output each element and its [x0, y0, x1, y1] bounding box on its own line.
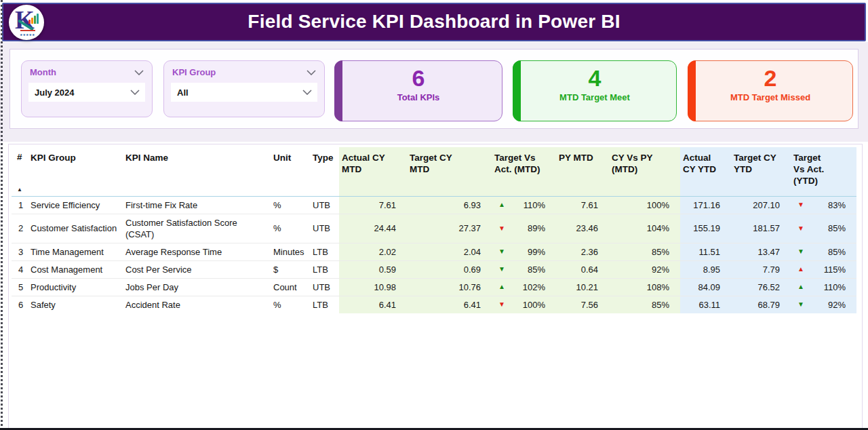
table-row: 3 Time Management Average Response Time …: [12, 243, 856, 260]
cell-number: 5: [12, 278, 28, 296]
kpi-group-dropdown-value: All: [177, 87, 189, 98]
cell-type: UTB: [310, 196, 339, 214]
col-header-type[interactable]: Type: [310, 147, 339, 196]
cell-actual-cy-mtd: 0.59: [339, 260, 407, 278]
cell-actual-cy-ytd: 171.16: [680, 196, 731, 214]
cell-unit: Minutes: [271, 243, 310, 260]
cell-target-cy-mtd: 6.93: [407, 196, 492, 214]
cell-target-vs-act-mtd: ▼99%: [492, 243, 556, 260]
kpi-group-dropdown[interactable]: All: [171, 83, 317, 102]
mtd-target-meet-value: 4: [513, 66, 676, 90]
cell-target-cy-ytd: 76.52: [731, 278, 791, 296]
cell-pct: 85%: [828, 222, 846, 234]
chevron-down-icon[interactable]: [307, 70, 316, 75]
cell-py-mtd: 7.61: [556, 196, 609, 214]
cell-target-cy-ytd: 207.10: [731, 196, 791, 214]
total-kpis-card: 6 Total KPIs: [334, 60, 502, 121]
cell-target-vs-act-ytd: ▼85%: [791, 214, 856, 243]
col-header-number[interactable]: # ▲: [12, 147, 28, 196]
chevron-down-icon: [302, 90, 312, 95]
brand-logo: K ★★★★★: [9, 5, 44, 40]
cell-kpi-group: Safety: [28, 296, 123, 313]
cell-pct: 100%: [523, 299, 545, 311]
cell-unit: %: [271, 296, 310, 313]
cell-kpi-group: Time Management: [28, 243, 123, 260]
cell-pct: 110%: [824, 281, 846, 293]
cell-number: 2: [12, 214, 28, 243]
col-header-target-vs-act-ytd[interactable]: Target Vs Act. (YTD): [791, 147, 856, 196]
card-accent-bar: [513, 60, 521, 121]
col-header-unit[interactable]: Unit: [271, 147, 310, 196]
col-header-kpi-group[interactable]: KPI Group: [28, 147, 123, 196]
cell-kpi-group: Cost Management: [28, 260, 123, 278]
col-header-actual-cy-mtd[interactable]: Actual CY MTD: [339, 147, 407, 196]
trend-arrow-icon: ▲: [797, 266, 804, 273]
cell-actual-cy-mtd: 6.41: [339, 296, 407, 313]
col-header-cy-vs-py-mtd[interactable]: CY Vs PY (MTD): [609, 147, 680, 196]
table-row: 5 Productivity Jobs Per Day Count UTB 10…: [12, 278, 856, 296]
cell-actual-cy-ytd: 63.11: [680, 296, 731, 313]
cell-pct: 99%: [528, 246, 545, 258]
table-row: 4 Cost Management Cost Per Service $ LTB…: [12, 260, 856, 278]
kpi-group-slicer: KPI Group All: [163, 60, 325, 117]
cell-py-mtd: 7.56: [556, 296, 609, 313]
cell-number: 1: [12, 196, 28, 214]
cell-unit: $: [271, 260, 310, 278]
col-header-actual-cy-ytd[interactable]: Actual CY YTD: [680, 147, 731, 196]
page-title: Field Service KPI Dashboard in Power BI: [3, 4, 865, 39]
cell-target-vs-act-mtd: ▲102%: [492, 278, 556, 296]
cell-target-cy-mtd: 10.76: [407, 278, 492, 296]
cell-cy-vs-py-mtd: 108%: [609, 278, 680, 296]
cell-target-vs-act-mtd: ▼85%: [492, 260, 556, 278]
cell-actual-cy-ytd: 155.19: [680, 214, 731, 243]
total-kpis-value: 6: [335, 66, 502, 90]
cell-target-cy-mtd: 6.41: [407, 296, 492, 313]
month-dropdown[interactable]: July 2024: [28, 83, 145, 102]
cell-type: UTB: [310, 214, 339, 243]
cell-target-cy-ytd: 7.79: [731, 260, 791, 278]
cell-actual-cy-mtd: 2.02: [339, 243, 407, 260]
cell-actual-cy-ytd: 8.95: [680, 260, 731, 278]
cell-kpi-name: Customer Satisfaction Score (CSAT): [123, 214, 271, 243]
cell-kpi-group: Service Efficiency: [28, 196, 123, 214]
mtd-target-meet-card: 4 MTD Target Meet: [513, 60, 677, 121]
cell-pct: 92%: [828, 299, 846, 311]
sort-ascending-icon: ▲: [17, 187, 22, 193]
cell-type: UTB: [310, 278, 339, 296]
bar-chart-icon: [28, 14, 39, 24]
trend-arrow-icon: ▼: [797, 248, 804, 255]
trend-arrow-icon: ▼: [797, 225, 804, 232]
cell-actual-cy-mtd: 7.61: [339, 196, 407, 214]
kpi-table-card: # ▲ KPI Group KPI Name Unit Type Actual …: [8, 144, 863, 429]
cell-pct: 89%: [528, 222, 545, 234]
cell-number: 4: [12, 260, 28, 278]
mtd-target-missed-value: 2: [688, 66, 852, 90]
cell-py-mtd: 23.46: [556, 214, 609, 243]
cell-pct: 110%: [524, 199, 545, 211]
cell-kpi-group: Productivity: [28, 278, 123, 296]
cell-actual-cy-ytd: 11.51: [680, 243, 731, 260]
cell-kpi-group: Customer Satisfaction: [28, 214, 123, 243]
kpi-table: # ▲ KPI Group KPI Name Unit Type Actual …: [12, 147, 856, 313]
cell-target-vs-act-mtd: ▲110%: [492, 196, 556, 214]
col-header-target-cy-mtd[interactable]: Target CY MTD: [407, 147, 492, 196]
cell-kpi-name: Accident Rate: [123, 296, 271, 313]
cell-kpi-name: Cost Per Service: [123, 260, 271, 278]
col-header-target-vs-act-mtd[interactable]: Target Vs Act. (MTD): [492, 147, 556, 196]
cell-cy-vs-py-mtd: 85%: [609, 296, 680, 313]
table-row: 6 Safety Accident Rate % LTB 6.41 6.41 ▼…: [12, 296, 856, 313]
mtd-target-missed-card: 2 MTD Target Missed: [688, 60, 853, 121]
col-header-kpi-name[interactable]: KPI Name: [123, 147, 271, 196]
col-header-target-cy-ytd[interactable]: Target CY YTD: [731, 147, 791, 196]
cell-target-vs-act-ytd: ▼85%: [791, 243, 856, 260]
col-header-py-mtd[interactable]: PY MTD: [556, 147, 609, 196]
cell-cy-vs-py-mtd: 92%: [609, 260, 680, 278]
cell-kpi-name: Jobs Per Day: [123, 278, 271, 296]
cell-target-cy-mtd: 0.69: [407, 260, 492, 278]
cell-target-cy-ytd: 181.57: [731, 214, 791, 243]
trend-arrow-icon: ▲: [797, 284, 804, 290]
table-row: 1 Service Efficiency First-time Fix Rate…: [12, 196, 856, 214]
cell-kpi-name: Average Response Time: [123, 243, 271, 260]
trend-arrow-icon: ▼: [498, 248, 505, 255]
chevron-down-icon[interactable]: [134, 70, 144, 75]
